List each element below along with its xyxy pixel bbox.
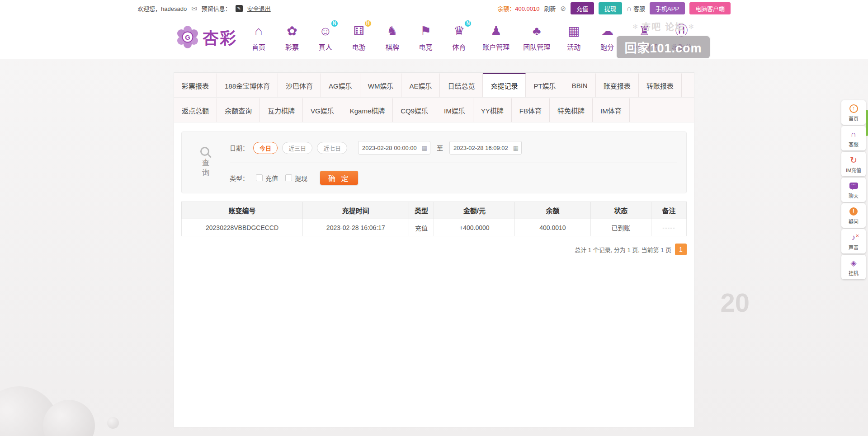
esports-icon: ⚑ bbox=[417, 23, 434, 40]
scrollbar-thumb[interactable] bbox=[866, 110, 868, 136]
query-label-column: 查询 bbox=[185, 137, 224, 188]
tab-188-sports[interactable]: 188金宝博体育 bbox=[217, 73, 278, 97]
service-label: 客服 bbox=[633, 4, 645, 13]
headset-icon: ∩ bbox=[627, 5, 632, 12]
tab-vg[interactable]: VG娱乐 bbox=[303, 98, 342, 122]
logo-text: 杏彩 bbox=[203, 25, 237, 49]
col-status: 状态 bbox=[590, 202, 651, 219]
tab-ag[interactable]: AG娱乐 bbox=[321, 73, 360, 97]
watermark-ornament-left: ✻ bbox=[632, 23, 638, 30]
cell-status: 已到账 bbox=[590, 219, 651, 236]
tab-row-1: 彩票报表 188金宝博体育 沙巴体育 AG娱乐 WM娱乐 AE娱乐 日结总览 充… bbox=[174, 73, 694, 98]
records-table: 账变编号 充提时间 类型 金额/元 余额 状态 备注 20230228VBBDG… bbox=[181, 202, 687, 236]
col-amount: 金额/元 bbox=[434, 202, 515, 219]
tab-pt[interactable]: PT娱乐 bbox=[526, 73, 564, 97]
logo-flower-icon: G bbox=[176, 26, 199, 48]
tab-temian-chess[interactable]: 特免棋牌 bbox=[550, 98, 593, 122]
nav-item-egames[interactable]: ⚅H 电游 bbox=[349, 23, 369, 52]
tab-kgame[interactable]: Kgame棋牌 bbox=[342, 98, 393, 122]
date-from-input[interactable]: 2023-02-28 00:00:00 ▦ bbox=[358, 141, 430, 155]
tab-rebate-total[interactable]: 返点总额 bbox=[174, 98, 217, 122]
sidebar-item-sound[interactable]: ♪ 声音 bbox=[841, 229, 866, 253]
mobile-app-button[interactable]: 手机APP bbox=[650, 2, 685, 14]
nav-item-sports[interactable]: ♛N 体育 bbox=[449, 23, 469, 52]
nav-item-chess[interactable]: ♞ 棋牌 bbox=[382, 23, 402, 52]
tab-balance-query[interactable]: 余额查询 bbox=[217, 98, 260, 122]
nav-item-home[interactable]: ⌂ 首页 bbox=[249, 23, 269, 52]
refresh-link[interactable]: 刷新 bbox=[544, 4, 556, 13]
confirm-button[interactable]: 确 定 bbox=[320, 171, 358, 185]
preset-last-7-days[interactable]: 近七日 bbox=[317, 142, 347, 154]
nav-item-lottery[interactable]: ✿ 彩票 bbox=[282, 23, 302, 52]
site-logo[interactable]: G 杏彩 bbox=[176, 25, 237, 49]
nav-item-esports[interactable]: ⚑ 电竞 bbox=[416, 23, 436, 52]
sidebar-item-chat[interactable]: ··· 聊天 bbox=[841, 178, 866, 202]
chess-cards-icon: ♞ bbox=[384, 23, 401, 40]
eye-slash-icon[interactable]: ⊘ bbox=[561, 5, 566, 13]
tab-account-change-report[interactable]: 账变报表 bbox=[596, 73, 639, 97]
mail-icon[interactable]: ✉ bbox=[191, 5, 197, 13]
sidebar-item-home[interactable]: ↑ 首页 bbox=[841, 100, 866, 125]
calendar-icon[interactable]: ▦ bbox=[513, 145, 519, 151]
edit-icon[interactable]: ✎ bbox=[236, 5, 243, 12]
date-to-input[interactable]: 2023-02-28 16:09:02 ▦ bbox=[449, 141, 522, 155]
floating-sidebar: ↑ 首页 ∩ 客服 ↻ IM充值 ··· 聊天 ! 疑问 ♪ 声音 ◈ 挂机 bbox=[841, 100, 866, 279]
page-button-1[interactable]: 1 bbox=[675, 244, 687, 255]
service-link[interactable]: ∩ 客服 bbox=[627, 4, 645, 13]
date-filter-row: 日期： 今日 近三日 近七日 2023-02-28 00:00:00 ▦ 至 2… bbox=[230, 137, 677, 163]
cell-balance: 400.0010 bbox=[515, 219, 591, 236]
nav-item-paofen[interactable]: ☁ 跑分 bbox=[597, 23, 617, 52]
live-casino-icon: ☺N bbox=[317, 23, 334, 40]
tab-yy-chess[interactable]: YY棋牌 bbox=[473, 98, 512, 122]
tab-deposit-withdraw-record[interactable]: 充提记录 bbox=[483, 73, 526, 97]
type-checkbox-deposit[interactable]: 充值 bbox=[256, 173, 278, 183]
deposit-button[interactable]: 充值 bbox=[571, 2, 594, 14]
type-label: 类型： bbox=[230, 173, 249, 183]
withdraw-button[interactable]: 提现 bbox=[599, 2, 622, 14]
watermark-ornament-right: ✻ bbox=[689, 23, 694, 30]
sidebar-item-question[interactable]: ! 疑问 bbox=[841, 203, 866, 228]
tab-fb-sports[interactable]: FB体育 bbox=[512, 98, 550, 122]
tab-saba-sports[interactable]: 沙巴体育 bbox=[278, 73, 321, 97]
tab-bbin[interactable]: BBIN bbox=[564, 73, 596, 97]
sidebar-item-service[interactable]: ∩ 客服 bbox=[841, 126, 866, 150]
col-balance: 余额 bbox=[515, 202, 591, 219]
tab-lottery-report[interactable]: 彩票报表 bbox=[174, 73, 217, 97]
team-icon: ♣ bbox=[528, 23, 545, 40]
preset-today[interactable]: 今日 bbox=[253, 142, 278, 154]
col-remark: 备注 bbox=[651, 202, 686, 219]
tab-im-sports[interactable]: IM体育 bbox=[593, 98, 630, 122]
tab-cq9[interactable]: CQ9娱乐 bbox=[393, 98, 436, 122]
nav-item-live[interactable]: ☺N 真人 bbox=[316, 23, 335, 52]
cell-type: 充值 bbox=[409, 219, 434, 236]
table-row: 20230228VBBDGCECCD 2023-02-28 16:06:17 充… bbox=[182, 219, 687, 236]
nav-item-activity[interactable]: ▦ 活动 bbox=[564, 23, 584, 52]
nav-item-team[interactable]: ♣ 团队管理 bbox=[523, 23, 550, 52]
watermark-text-left: 杏吧 bbox=[642, 20, 661, 33]
balance-value: 400.0010 bbox=[515, 5, 539, 12]
calendar-icon[interactable]: ▦ bbox=[422, 145, 427, 151]
tab-im[interactable]: IM娱乐 bbox=[436, 98, 473, 122]
pc-client-button[interactable]: 电脑客户端 bbox=[689, 2, 731, 14]
preset-last-3-days[interactable]: 近三日 bbox=[282, 142, 312, 154]
svg-text:G: G bbox=[185, 33, 190, 41]
sidebar-item-idle[interactable]: ◈ 挂机 bbox=[841, 255, 866, 279]
tab-transfer-report[interactable]: 转账报表 bbox=[639, 73, 682, 97]
sound-muted-icon: ♪ bbox=[852, 234, 856, 241]
type-filter-row: 类型： 充值 提现 确 定 bbox=[230, 163, 677, 188]
header: G 杏彩 ⌂ 首页 ✿ 彩票 ☺N 真人 ⚅H 电游 ♞ 棋牌 bbox=[0, 17, 868, 59]
type-checkbox-withdraw[interactable]: 提现 bbox=[285, 173, 307, 183]
recharge-cycle-icon: ↻ bbox=[850, 155, 857, 164]
logout-link[interactable]: 安全退出 bbox=[247, 4, 271, 13]
badge-hot: H bbox=[364, 20, 372, 27]
sidebar-item-im-recharge[interactable]: ↻ IM充值 bbox=[841, 152, 866, 176]
tab-wm[interactable]: WM娱乐 bbox=[360, 73, 402, 97]
tab-wali-chess[interactable]: 瓦力棋牌 bbox=[260, 98, 303, 122]
checkbox-withdraw[interactable] bbox=[285, 174, 292, 181]
tab-daily-summary[interactable]: 日结总览 bbox=[440, 73, 483, 97]
cell-remark: ----- bbox=[651, 219, 686, 236]
nav-item-account[interactable]: ♟ 账户管理 bbox=[482, 23, 509, 52]
checkbox-deposit[interactable] bbox=[256, 174, 263, 181]
watermark-text-right: 论坛 bbox=[665, 20, 685, 33]
tab-ae[interactable]: AE娱乐 bbox=[401, 73, 440, 97]
